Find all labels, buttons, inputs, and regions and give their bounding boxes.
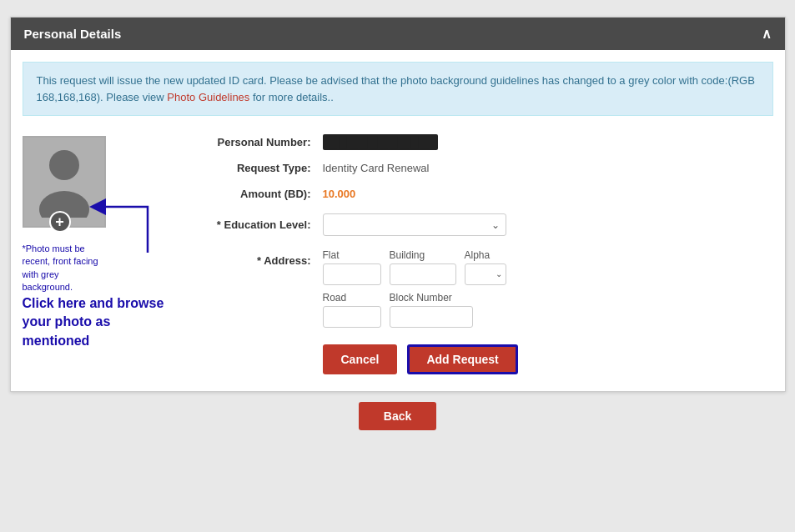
request-type-value: Identity Card Renewal (323, 162, 430, 174)
road-input[interactable] (323, 306, 381, 328)
address-group: Flat Building Alpha (323, 249, 506, 328)
cancel-button[interactable]: Cancel (323, 344, 398, 374)
block-number-field: Block Number (390, 292, 473, 328)
avatar-silhouette (35, 147, 93, 218)
form-fields: Personal Number: ██████████ Request Type… (189, 136, 773, 374)
info-banner: This request will issue the new updated … (23, 62, 773, 116)
add-request-button[interactable]: Add Request (407, 344, 517, 374)
svg-point-0 (49, 150, 79, 180)
add-photo-button[interactable]: + (49, 211, 71, 233)
card-header: Personal Details ∧ (11, 18, 785, 50)
education-level-row: * Education Level: ⌄ (189, 213, 773, 236)
click-instruction: Click here and browse your photo as ment… (23, 294, 164, 350)
amount-label: Amount (BD): (189, 188, 323, 200)
road-label: Road (323, 292, 381, 304)
flat-field: Flat (323, 249, 381, 285)
building-label: Building (390, 249, 456, 261)
address-row-bottom: Road Block Number (323, 292, 506, 328)
arrow-annotation: Click here and browse your photo as ment… (23, 244, 164, 350)
alpha-label: Alpha (465, 249, 506, 261)
block-number-label: Block Number (390, 292, 473, 304)
personal-details-card: Personal Details ∧ This request will iss… (10, 17, 786, 392)
personal-number-value: ██████████ (323, 136, 438, 148)
back-button[interactable]: Back (359, 402, 436, 430)
block-number-input[interactable] (390, 306, 473, 328)
alpha-field: Alpha ⌄ (465, 249, 506, 285)
personal-number-row: Personal Number: ██████████ (189, 136, 773, 148)
building-field: Building (390, 249, 456, 285)
form-area: + *Photo must be recent, front facing wi… (11, 128, 785, 391)
address-row: * Address: Flat Building (189, 249, 773, 328)
info-banner-text-before: This request will issue the new updated … (37, 74, 755, 103)
photo-guidelines-link[interactable]: Photo Guidelines (167, 91, 249, 103)
address-label: * Address: (189, 249, 323, 267)
personal-number-redacted: ██████████ (323, 134, 438, 150)
back-section: Back (10, 402, 786, 430)
education-level-select-wrapper: ⌄ (323, 213, 506, 236)
request-type-label: Request Type: (189, 162, 323, 174)
photo-section: + *Photo must be recent, front facing wi… (23, 136, 173, 374)
amount-row: Amount (BD): 10.000 (189, 188, 773, 200)
card-title: Personal Details (24, 27, 122, 41)
flat-input[interactable] (323, 263, 381, 285)
info-banner-text-after: for more details.. (249, 91, 333, 103)
collapse-icon[interactable]: ∧ (762, 26, 772, 42)
education-level-select[interactable] (323, 213, 506, 236)
road-field: Road (323, 292, 381, 328)
personal-number-label: Personal Number: (189, 136, 323, 148)
flat-label: Flat (323, 249, 381, 261)
form-buttons: Cancel Add Request (323, 344, 773, 374)
building-input[interactable] (390, 263, 456, 285)
alpha-select[interactable] (465, 263, 506, 285)
education-level-label: * Education Level: (189, 218, 323, 231)
request-type-row: Request Type: Identity Card Renewal (189, 162, 773, 174)
address-row-top: Flat Building Alpha (323, 249, 506, 285)
amount-value: 10.000 (323, 188, 356, 200)
arrow-icon (89, 190, 156, 257)
